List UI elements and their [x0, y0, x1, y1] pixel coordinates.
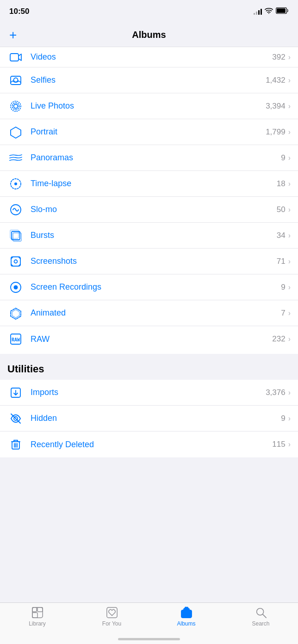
tab-library[interactable]: Library — [0, 607, 74, 627]
panoramas-count: 9 — [281, 153, 285, 163]
library-tab-label: Library — [29, 620, 46, 627]
portrait-count: 1,799 — [266, 128, 286, 137]
raw-chevron: › — [288, 335, 291, 343]
imports-label: Imports — [31, 388, 266, 397]
animated-chevron: › — [288, 309, 291, 317]
utilities-section-header: Utilities — [0, 354, 298, 380]
screenshots-icon — [7, 253, 24, 270]
status-icons — [254, 7, 289, 16]
albums-tab-label: Albums — [177, 620, 195, 627]
svg-rect-25 — [32, 613, 37, 618]
portrait-label: Portrait — [31, 127, 266, 137]
list-item-screen-recordings[interactable]: Screen Recordings 9 › — [0, 274, 298, 300]
tab-bar-spacer — [0, 457, 298, 504]
svg-point-16 — [14, 260, 18, 263]
battery-icon — [276, 7, 289, 16]
selfies-label: Selfies — [31, 75, 266, 85]
panoramas-chevron: › — [288, 154, 291, 162]
list-item-hidden[interactable]: Hidden 9 › — [0, 406, 298, 431]
animated-label: Animated — [31, 308, 281, 318]
list-item-slomo[interactable]: Slo-mo 50 › — [0, 197, 298, 223]
list-item-bursts[interactable]: Bursts 34 › — [0, 223, 298, 249]
list-item-panoramas[interactable]: Panoramas 9 › — [0, 145, 298, 171]
hidden-label: Hidden — [31, 413, 281, 423]
for-you-tab-icon — [105, 607, 119, 619]
search-tab-icon — [254, 607, 268, 619]
home-indicator — [118, 638, 180, 640]
raw-count: 232 — [272, 334, 285, 344]
utilities-title: Utilities — [7, 363, 44, 375]
timelapse-icon — [7, 176, 24, 192]
list-item-portrait[interactable]: Portrait 1,799 › — [0, 119, 298, 145]
slomo-chevron: › — [288, 206, 291, 214]
bursts-icon — [7, 227, 24, 244]
list-item-screenshots[interactable]: Screenshots 71 › — [0, 249, 298, 274]
animated-count: 7 — [281, 309, 285, 318]
recently-deleted-icon — [7, 436, 24, 453]
list-item-live-photos[interactable]: Live Photos 3,394 › — [0, 93, 298, 119]
svg-point-0 — [268, 13, 269, 14]
list-item-raw[interactable]: RAW RAW 232 › — [0, 326, 298, 352]
library-tab-icon — [31, 607, 44, 619]
svg-point-5 — [14, 78, 18, 82]
videos-chevron: › — [288, 53, 291, 61]
selfies-chevron: › — [288, 76, 291, 85]
hidden-count: 9 — [281, 414, 285, 423]
status-time: 10:50 — [9, 7, 29, 16]
screen-recordings-count: 9 — [281, 283, 285, 292]
bursts-count: 34 — [277, 231, 286, 240]
wifi-icon — [265, 7, 273, 16]
recently-deleted-chevron: › — [288, 440, 291, 449]
list-item-selfies[interactable]: Selfies 1,432 › — [0, 67, 298, 93]
svg-rect-2 — [277, 8, 286, 13]
live-photos-label: Live Photos — [31, 101, 266, 111]
live-photos-icon — [7, 98, 24, 115]
raw-icon: RAW — [7, 331, 24, 347]
for-you-tab-label: For You — [102, 620, 121, 627]
recently-deleted-label: Recently Deleted — [31, 440, 272, 450]
list-item-videos[interactable]: Videos 392 › — [0, 47, 298, 67]
svg-text:RAW: RAW — [12, 337, 20, 342]
svg-rect-3 — [10, 54, 19, 61]
panoramas-label: Panoramas — [31, 153, 281, 163]
svg-point-18 — [14, 285, 18, 289]
screen-recordings-chevron: › — [288, 283, 291, 292]
main-content: Videos 392 › Selfies 1,432 › Live Photos… — [0, 47, 298, 354]
hidden-icon — [7, 410, 24, 427]
header: + Albums — [0, 23, 298, 47]
svg-rect-15 — [11, 257, 20, 266]
tab-albums[interactable]: Albums — [149, 607, 224, 627]
list-item-imports[interactable]: Imports 3,376 › — [0, 380, 298, 406]
page-title: Albums — [132, 30, 166, 40]
svg-point-6 — [14, 104, 18, 108]
svg-rect-28 — [106, 608, 117, 618]
list-item-recently-deleted[interactable]: Recently Deleted 115 › — [0, 431, 298, 457]
screen-recordings-icon — [7, 279, 24, 296]
portrait-icon — [7, 124, 24, 140]
signal-icon — [254, 8, 262, 15]
screenshots-count: 71 — [277, 257, 286, 266]
timelapse-count: 18 — [277, 179, 286, 188]
selfies-icon — [7, 72, 24, 89]
svg-rect-29 — [181, 610, 191, 618]
raw-label: RAW — [31, 334, 272, 344]
bursts-chevron: › — [288, 231, 291, 240]
list-item-animated[interactable]: Animated 7 › — [0, 300, 298, 326]
portrait-chevron: › — [288, 128, 291, 136]
slomo-icon — [7, 201, 24, 218]
screenshots-chevron: › — [288, 257, 291, 266]
add-album-button[interactable]: + — [9, 29, 17, 42]
timelapse-label: Time-lapse — [31, 179, 277, 188]
status-bar: 10:50 — [0, 0, 298, 23]
tab-search[interactable]: Search — [224, 607, 298, 627]
imports-count: 3,376 — [266, 388, 286, 397]
videos-icon — [7, 49, 24, 66]
slomo-label: Slo-mo — [31, 205, 277, 214]
tab-for-you[interactable]: For You — [74, 607, 149, 627]
hidden-chevron: › — [288, 414, 291, 423]
videos-count: 392 — [272, 53, 285, 62]
albums-tab-icon — [180, 607, 193, 619]
list-item-timelapse[interactable]: Time-lapse 18 › — [0, 171, 298, 197]
live-photos-chevron: › — [288, 102, 291, 110]
timelapse-chevron: › — [288, 180, 291, 188]
